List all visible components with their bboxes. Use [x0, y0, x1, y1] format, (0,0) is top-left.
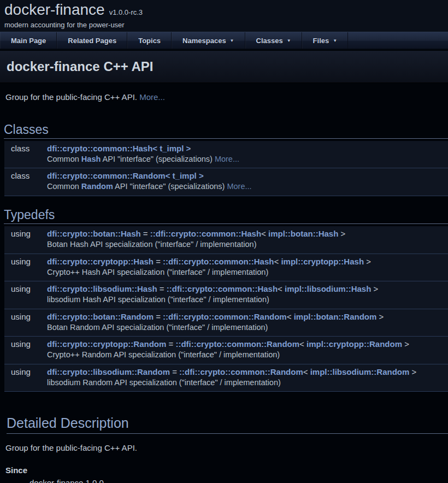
member-desc: Crypto++ Hash API specialization ("inter… [47, 266, 448, 280]
nav-tab-classes[interactable]: Classes▼ [245, 32, 302, 49]
row-separator [4, 195, 448, 196]
typedef-row: usingdfi::crypto::botan::Hash = ::dfi::c… [4, 226, 448, 238]
page-header: docker-finance C++ API [0, 51, 448, 83]
classes-heading: Classes [4, 123, 448, 139]
typedef-target-link[interactable]: ::dfi::crypto::common::Random [163, 312, 287, 321]
member-signature: dfi::crypto::cryptopp::Random = ::dfi::c… [47, 337, 448, 349]
nav-tab-main-page[interactable]: Main Page [0, 32, 57, 49]
member-kind-spacer [4, 180, 47, 195]
typedef-alias-link[interactable]: dfi::crypto::botan::Random [47, 312, 154, 321]
typedef-desc-row: Crypto++ Hash API specialization ("inter… [4, 266, 448, 280]
typedef-target-link[interactable]: ::dfi::crypto::common::Random [179, 367, 303, 376]
member-signature: dfi::crypto::botan::Random = ::dfi::cryp… [47, 309, 448, 321]
typedef-target-link[interactable]: ::dfi::crypto::common::Hash [150, 229, 261, 238]
typedef-param-link[interactable]: impl::libsodium::Hash [285, 284, 371, 293]
typedef-target-link[interactable]: ::dfi::crypto::common::Random [175, 339, 299, 349]
typedef-row: usingdfi::crypto::libsodium::Hash = ::df… [4, 281, 448, 294]
typedef-alias-link[interactable]: dfi::crypto::cryptopp::Hash [47, 257, 154, 266]
typedef-param-link[interactable]: impl::botan::Random [294, 312, 377, 321]
row-separator-line [4, 391, 448, 392]
project-version: v1.0.0-rc.3 [109, 8, 143, 16]
more-link[interactable]: More... [215, 155, 239, 163]
classes-table: classdfi::crypto::common::Hash< t_impl >… [4, 141, 448, 196]
nav-tab-label: Files [313, 37, 329, 45]
member-signature: dfi::crypto::botan::Hash = ::dfi::crypto… [47, 226, 448, 238]
project-name-text: docker-finance [4, 1, 105, 18]
page-title: docker-finance C++ API [7, 60, 448, 73]
nav-tab-files[interactable]: Files▼ [302, 32, 349, 49]
member-kind: using [4, 281, 47, 294]
member-kind: using [4, 226, 47, 238]
member-desc: Common Hash API "interface" (specializat… [47, 153, 448, 167]
typedef-target-link[interactable]: ::dfi::crypto::common::Hash [167, 284, 278, 293]
intro-more-link[interactable]: More... [139, 92, 165, 102]
member-kind-spacer [4, 293, 47, 308]
intro-text: Group for the public-facing C++ API. Mor… [5, 92, 443, 102]
nav-tab-topics[interactable]: Topics [127, 32, 172, 49]
project-name: docker-financev1.0.0-rc.3 [4, 1, 448, 19]
nav-tab-label: Namespaces [182, 37, 226, 45]
typedef-desc-row: Botan Hash API specialization ("interfac… [4, 238, 448, 252]
intro-text-span: Group for the public-facing C++ API. [5, 92, 137, 102]
member-signature: dfi::crypto::libsodium::Hash = ::dfi::cr… [47, 281, 448, 294]
class-link[interactable]: dfi::crypto::common::Hash< t_impl > [47, 144, 191, 153]
masthead: docker-financev1.0.0-rc.3 modern account… [0, 0, 448, 32]
typedef-desc-row: Botan Random API specialization ("interf… [4, 321, 448, 335]
typedef-alias-link[interactable]: dfi::crypto::libsodium::Hash [47, 284, 157, 293]
member-kind: class [4, 141, 47, 153]
detailed-description-text: Group for the public-facing C++ API. [5, 443, 443, 452]
class-desc-row: Common Hash API "interface" (specializat… [4, 153, 448, 167]
main-nav: Main PageRelated PagesTopicsNamespaces▼C… [0, 32, 448, 50]
member-kind: using [4, 309, 47, 321]
chevron-down-icon: ▼ [230, 38, 234, 43]
class-link[interactable]: dfi::crypto::common::Random< t_impl > [47, 171, 204, 180]
nav-tab-label: Main Page [11, 37, 46, 45]
typedef-alias-link[interactable]: dfi::crypto::libsodium::Random [47, 367, 170, 376]
since-label: Since [5, 466, 443, 475]
since-block: Since docker-finance 1.0.0 [5, 466, 443, 483]
typedef-param-link[interactable]: impl::libsodium::Random [310, 367, 410, 376]
typedef-param-link[interactable]: impl::botan::Hash [268, 229, 338, 238]
nav-tab-label: Classes [256, 37, 283, 45]
intro-block: Group for the public-facing C++ API. Mor… [0, 92, 448, 102]
typedef-desc-row: libsodium Hash API specialization ("inte… [4, 293, 448, 308]
typedef-row: usingdfi::crypto::cryptopp::Random = ::d… [4, 337, 448, 349]
contents: Group for the public-facing C++ API. Mor… [0, 92, 448, 483]
member-kind-spacer [4, 153, 47, 167]
member-kind-spacer [4, 321, 47, 335]
chevron-down-icon: ▼ [333, 38, 337, 43]
class-row: classdfi::crypto::common::Hash< t_impl > [4, 141, 448, 153]
class-desc-link[interactable]: Hash [81, 155, 101, 163]
member-signature: dfi::crypto::common::Random< t_impl > [47, 168, 448, 181]
typedef-alias-link[interactable]: dfi::crypto::botan::Hash [47, 229, 141, 238]
nav-tab-namespaces[interactable]: Namespaces▼ [172, 32, 245, 49]
detailed-description-heading: Detailed Description [7, 416, 448, 434]
typedef-desc-row: libsodium Random API specialization ("in… [4, 376, 448, 391]
member-kind-spacer [4, 349, 47, 363]
since-value: docker-finance 1.0.0 [30, 478, 443, 483]
member-signature: dfi::crypto::libsodium::Random = ::dfi::… [47, 364, 448, 376]
typedef-param-link[interactable]: impl::cryptopp::Random [306, 339, 402, 349]
nav-tab-label: Topics [138, 37, 161, 45]
class-row: classdfi::crypto::common::Random< t_impl… [4, 168, 448, 181]
nav-tab-label: Related Pages [68, 37, 116, 45]
typedef-row: usingdfi::crypto::cryptopp::Hash = ::dfi… [4, 254, 448, 266]
member-kind-spacer [4, 238, 47, 252]
nav-tab-related-pages[interactable]: Related Pages [57, 32, 127, 49]
more-link[interactable]: More... [227, 182, 251, 191]
project-brief: modern accounting for the power-user [4, 21, 448, 29]
typedef-desc-row: Crypto++ Random API specialization ("int… [4, 349, 448, 363]
row-separator-line [4, 195, 448, 196]
typedef-param-link[interactable]: impl::cryptopp::Hash [281, 257, 364, 266]
member-signature: dfi::crypto::cryptopp::Hash = ::dfi::cry… [47, 254, 448, 266]
typedef-alias-link[interactable]: dfi::crypto::cryptopp::Random [47, 339, 166, 349]
row-separator [4, 391, 448, 392]
class-desc-row: Common Random API "interface" (specializ… [4, 180, 448, 195]
member-desc: libsodium Random API specialization ("in… [47, 376, 448, 391]
typedefs-table: usingdfi::crypto::botan::Hash = ::dfi::c… [4, 226, 448, 392]
member-desc: Crypto++ Random API specialization ("int… [47, 349, 448, 363]
typedef-target-link[interactable]: ::dfi::crypto::common::Hash [163, 257, 274, 266]
member-kind-spacer [4, 266, 47, 280]
member-kind: using [4, 364, 47, 376]
class-desc-link[interactable]: Random [81, 182, 113, 191]
